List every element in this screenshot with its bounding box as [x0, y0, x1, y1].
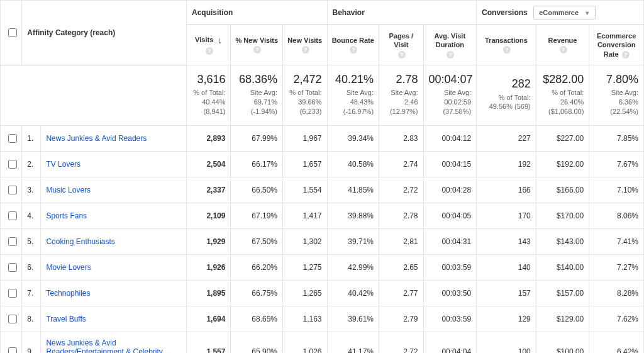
sort-descending-icon: ↓ [218, 35, 222, 46]
row-checkbox[interactable] [8, 211, 17, 220]
affinity-category-link[interactable]: News Junkies & Avid Readers/Entertainmen… [46, 339, 162, 353]
col-visits-header[interactable]: Visits ↓ ? [186, 25, 230, 65]
row-checkbox[interactable] [8, 160, 17, 169]
summary-transactions: 282 % of Total: 49.56% (569) [477, 65, 536, 125]
row-index: 6. [22, 254, 41, 280]
row-checkbox[interactable] [8, 347, 17, 353]
col-transactions-header[interactable]: Transactions ? [477, 25, 536, 65]
row-transactions: 227 [477, 125, 536, 151]
row-pages-visit: 2.78 [379, 203, 423, 228]
summary-pages-visit: 2.78 Site Avg: 2.46 (12.97%) [379, 65, 423, 125]
help-icon[interactable]: ? [622, 51, 630, 59]
row-new-visits: 1,417 [283, 203, 328, 228]
row-pages-visit: 2.77 [379, 280, 423, 306]
summary-bounce-value: 40.21% [333, 72, 374, 87]
row-checkbox[interactable] [8, 237, 17, 246]
summary-row: 3,616 % of Total: 40.44% (8,941) 68.36% … [1, 65, 644, 125]
row-checkbox[interactable] [8, 134, 17, 143]
help-icon[interactable]: ? [447, 51, 454, 59]
row-revenue: $166.00 [536, 177, 589, 203]
row-visits: 1,926 [186, 254, 230, 280]
row-transactions: 157 [477, 280, 536, 306]
row-checkbox[interactable] [8, 186, 17, 194]
row-revenue: $157.00 [536, 280, 589, 306]
primary-dimension-header[interactable]: Affinity Category (reach) [22, 1, 187, 65]
summary-visits-sub1: % of Total: [193, 89, 225, 96]
row-checkbox-cell [1, 280, 22, 306]
col-avg-duration-header[interactable]: Avg. Visit Duration ? [423, 25, 477, 65]
summary-pages-value: 2.78 [384, 72, 418, 87]
col-revenue-header[interactable]: Revenue ? [536, 25, 589, 65]
row-revenue: $100.00 [536, 332, 589, 353]
summary-dur-value: 00:04:07 [429, 72, 472, 87]
row-pct-new-visits: 66.75% [231, 280, 283, 306]
summary-revenue: $282.00 % of Total: 26.40% ($1,068.00) [536, 65, 589, 125]
summary-txn-sub1: % of Total: [499, 94, 531, 101]
affinity-category-link[interactable]: Technophiles [46, 289, 90, 298]
row-checkbox-cell [1, 306, 22, 332]
col-ecr-label: Ecommerce Conversion Rate [597, 32, 636, 58]
conversions-selector[interactable]: eCommerce ▼ [533, 6, 596, 20]
table-row: 6.Movie Lovers1,92666.20%1,27542.99%2.65… [1, 254, 644, 280]
row-new-visits: 1,554 [283, 177, 328, 203]
row-index: 7. [22, 280, 41, 306]
row-ecr: 6.42% [589, 332, 644, 353]
row-checkbox[interactable] [8, 315, 17, 323]
col-ecr-header[interactable]: Ecommerce Conversion Rate ? [589, 25, 644, 65]
help-icon[interactable]: ? [302, 46, 309, 53]
row-checkbox[interactable] [8, 289, 17, 298]
help-icon[interactable]: ? [206, 47, 213, 55]
summary-visits-sub2: 40.44% [202, 98, 225, 106]
row-pct-new-visits: 67.99% [231, 125, 283, 151]
row-new-visits: 1,302 [283, 228, 328, 254]
row-visits: 2,504 [186, 151, 230, 177]
affinity-category-link[interactable]: Sports Fans [46, 211, 87, 220]
row-name-cell: Movie Lovers [41, 254, 187, 280]
column-group-header-row: Affinity Category (reach) Acquisition Be… [1, 1, 644, 25]
row-revenue: $227.00 [536, 125, 589, 151]
affinity-category-link[interactable]: TV Lovers [46, 160, 80, 169]
affinity-category-link[interactable]: Cooking Enthusiasts [46, 237, 114, 246]
group-behavior-header: Behavior [327, 1, 477, 25]
row-bounce-rate: 41.17% [327, 332, 379, 353]
row-visits: 2,337 [186, 177, 230, 203]
row-avg-duration: 00:04:28 [423, 177, 477, 203]
row-ecr: 8.06% [589, 203, 644, 228]
summary-pct-new-sub2: 69.71% [254, 98, 277, 106]
row-checkbox[interactable] [8, 263, 17, 272]
row-visits: 2,893 [186, 125, 230, 151]
row-index: 8. [22, 306, 41, 332]
help-icon[interactable]: ? [350, 46, 357, 53]
affinity-category-link[interactable]: Movie Lovers [46, 263, 91, 272]
table-row: 3.Music Lovers2,33766.50%1,55441.85%2.72… [1, 177, 644, 203]
row-checkbox-cell [1, 151, 22, 177]
affinity-category-link[interactable]: Travel Buffs [46, 315, 86, 323]
col-bounce-rate-header[interactable]: Bounce Rate ? [327, 25, 379, 65]
summary-ecr-sub1: Site Avg: [611, 89, 638, 96]
summary-bounce-sub3: (-16.97%) [343, 108, 374, 115]
row-avg-duration: 00:04:05 [423, 203, 477, 228]
col-pct-new-visits-header[interactable]: % New Visits ? [231, 25, 283, 65]
row-avg-duration: 00:04:31 [423, 228, 477, 254]
row-avg-duration: 00:04:12 [423, 125, 477, 151]
help-icon[interactable]: ? [560, 46, 567, 53]
select-all-checkbox[interactable] [8, 28, 17, 37]
row-name-cell: Technophiles [41, 280, 187, 306]
row-pct-new-visits: 66.50% [231, 177, 283, 203]
help-icon[interactable]: ? [398, 51, 406, 59]
col-new-visits-header[interactable]: New Visits ? [283, 25, 328, 65]
col-pages-visit-header[interactable]: Pages / Visit ? [379, 25, 423, 65]
row-bounce-rate: 40.42% [327, 280, 379, 306]
summary-txn-sub2: 49.56% (569) [489, 103, 531, 110]
help-icon[interactable]: ? [503, 46, 511, 53]
affinity-category-link[interactable]: News Junkies & Avid Readers [46, 134, 147, 143]
summary-visits: 3,616 % of Total: 40.44% (8,941) [186, 65, 230, 125]
row-pages-visit: 2.72 [379, 332, 423, 353]
help-icon[interactable]: ? [253, 46, 261, 53]
affinity-category-link[interactable]: Music Lovers [46, 186, 91, 194]
row-avg-duration: 00:04:15 [423, 151, 477, 177]
row-ecr: 7.67% [589, 151, 644, 177]
table-row: 9.News Junkies & Avid Readers/Entertainm… [1, 332, 644, 353]
row-pct-new-visits: 67.19% [231, 203, 283, 228]
row-revenue: $170.00 [536, 203, 589, 228]
